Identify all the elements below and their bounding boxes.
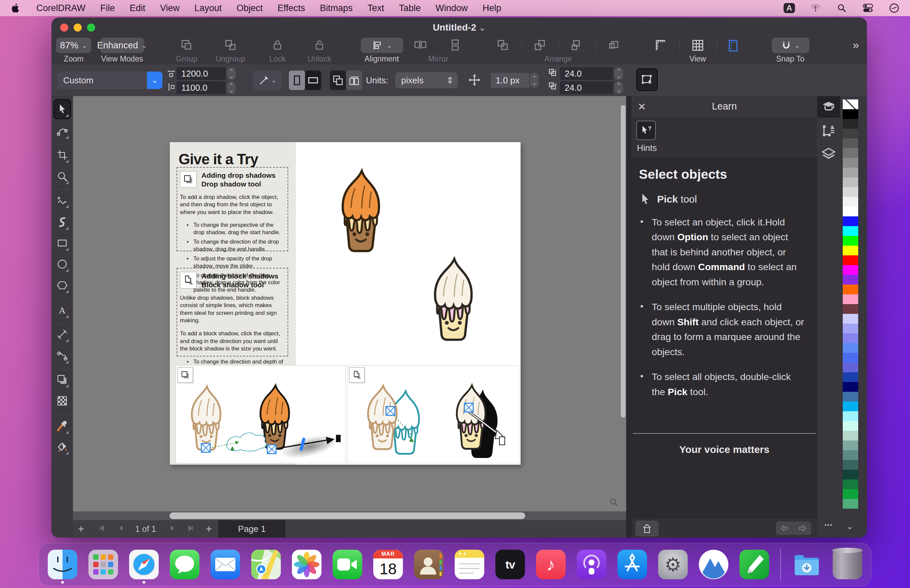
artistic-media-tool[interactable] — [55, 213, 70, 231]
freehand-tool[interactable] — [55, 191, 70, 209]
hints-button[interactable]: ? — [636, 121, 656, 140]
apple-menu-icon[interactable] — [10, 2, 21, 14]
unlock-icon[interactable] — [314, 39, 325, 53]
dock-notes-icon[interactable] — [455, 550, 484, 579]
nudge-distance-field[interactable]: 1.0 px — [491, 73, 529, 88]
landscape-orientation-button[interactable] — [305, 71, 321, 90]
dock-messages-icon[interactable] — [170, 550, 199, 579]
drawing-canvas[interactable]: Give it a Try Adding drop shadowsDrop sh… — [73, 96, 626, 511]
zoom-level-dropdown[interactable]: 87%⌄ — [56, 38, 91, 53]
color-swatch[interactable] — [843, 441, 858, 450]
properties-docker-tab[interactable] — [817, 120, 840, 142]
menu-item[interactable]: Table — [399, 3, 421, 13]
units-dropdown[interactable]: pixels ⇕ — [395, 72, 458, 88]
toolbar-overflow-button[interactable]: » — [853, 38, 859, 52]
page-height-stepper[interactable]: ⌃⌃ — [227, 81, 236, 94]
menu-item[interactable]: Layout — [194, 3, 222, 13]
menu-item[interactable]: Help — [483, 3, 501, 13]
learn-docker-tab[interactable] — [817, 96, 840, 118]
grid-icon[interactable] — [691, 39, 704, 54]
color-swatch[interactable] — [843, 382, 858, 392]
docker-more-button[interactable]: ••• — [824, 522, 833, 529]
forward-one-icon[interactable] — [571, 39, 583, 53]
interactive-fill-tool[interactable] — [55, 438, 70, 456]
dock-downloads-icon[interactable] — [792, 550, 821, 579]
group-icon[interactable] — [181, 39, 193, 53]
dock-app-store-icon[interactable] — [617, 550, 647, 579]
color-swatch[interactable] — [843, 168, 858, 178]
page-height-field[interactable]: 1100.0 — [176, 81, 226, 94]
color-swatch[interactable] — [843, 246, 858, 255]
menu-item[interactable]: Edit — [130, 3, 146, 13]
zoom-tool[interactable] — [55, 167, 70, 186]
color-swatch[interactable] — [843, 480, 858, 489]
dock-apple-tv-icon[interactable]: tv — [495, 550, 525, 579]
dock-photos-icon[interactable] — [292, 550, 322, 579]
control-center-icon[interactable] — [862, 2, 874, 14]
page-width-stepper[interactable]: ⌃⌃ — [227, 67, 236, 80]
color-swatch[interactable] — [843, 99, 858, 109]
drop-shadow-controls[interactable] — [176, 365, 345, 463]
dock-maps-icon[interactable] — [251, 550, 281, 579]
color-swatch[interactable] — [843, 158, 858, 168]
polygon-tool[interactable] — [55, 276, 70, 294]
drop-shadow-tool[interactable] — [55, 371, 70, 389]
color-swatch[interactable] — [843, 431, 858, 441]
color-swatch[interactable] — [843, 333, 858, 343]
ellipse-tool[interactable] — [55, 255, 70, 273]
add-page-button[interactable]: + — [78, 523, 84, 535]
pick-tool[interactable] — [55, 100, 70, 118]
vertical-scrollbar-thumb[interactable] — [621, 105, 625, 418]
color-swatch[interactable] — [843, 353, 858, 363]
page-border-icon[interactable] — [727, 39, 739, 55]
color-swatch[interactable] — [843, 392, 858, 402]
color-swatch[interactable] — [843, 178, 858, 187]
nudge-stepper[interactable]: ⌃⌃ — [530, 73, 539, 88]
palette-expand-button[interactable]: ⌄ — [846, 521, 853, 531]
color-swatch[interactable] — [843, 275, 858, 284]
color-swatch[interactable] — [843, 470, 858, 480]
view-mode-dropdown[interactable]: Enhanced⌄ — [100, 38, 144, 53]
color-swatch[interactable] — [843, 421, 858, 431]
previous-page-button[interactable] — [118, 524, 124, 534]
menu-item[interactable]: File — [100, 3, 115, 13]
dock-finder-icon[interactable] — [48, 550, 77, 579]
snap-to-dropdown[interactable]: ⌄ — [772, 38, 810, 53]
color-swatch[interactable] — [843, 372, 858, 382]
zoom-corner-icon[interactable] — [609, 497, 619, 509]
color-swatch[interactable] — [843, 343, 858, 353]
color-swatch[interactable] — [843, 284, 858, 294]
back-button[interactable] — [776, 522, 793, 535]
menu-item[interactable]: Effects — [277, 3, 305, 13]
color-swatch[interactable] — [843, 119, 858, 129]
color-swatch[interactable] — [843, 323, 858, 333]
color-swatch[interactable] — [843, 411, 858, 421]
treat-as-filled-button[interactable] — [637, 69, 657, 90]
dock-music-icon[interactable]: ♪ — [536, 550, 566, 579]
color-swatch[interactable] — [843, 402, 858, 411]
portrait-orientation-button[interactable] — [289, 71, 305, 90]
mirror-horizontal-icon[interactable] — [414, 39, 427, 52]
transparency-tool[interactable] — [55, 392, 70, 410]
window-title[interactable]: Untitled-2⌄ — [52, 22, 867, 33]
color-swatch[interactable] — [843, 129, 858, 139]
mirror-vertical-icon[interactable] — [450, 39, 462, 53]
block-shadow-controls[interactable] — [347, 365, 519, 463]
dock-podcasts-icon[interactable] — [577, 550, 606, 579]
color-swatch[interactable] — [843, 499, 858, 509]
cupcake-pink[interactable] — [420, 256, 487, 341]
parallel-dimension-tool[interactable] — [55, 325, 70, 343]
color-swatch[interactable] — [843, 226, 858, 236]
color-swatch[interactable] — [843, 363, 858, 372]
menu-item[interactable]: Object — [236, 3, 262, 13]
alignment-dropdown[interactable]: ⌄ — [361, 38, 403, 53]
first-page-button[interactable] — [98, 524, 105, 534]
duplicate-x-stepper[interactable]: ⌃⌃ — [614, 67, 623, 80]
last-page-button[interactable] — [187, 524, 194, 534]
color-swatch[interactable] — [843, 197, 858, 207]
rectangle-tool[interactable] — [55, 234, 70, 252]
horizontal-scrollbar[interactable] — [73, 511, 626, 520]
menu-item[interactable]: Text — [368, 3, 384, 13]
dock-coreldraw-icon[interactable] — [740, 550, 769, 579]
rulers-icon[interactable] — [654, 39, 667, 54]
